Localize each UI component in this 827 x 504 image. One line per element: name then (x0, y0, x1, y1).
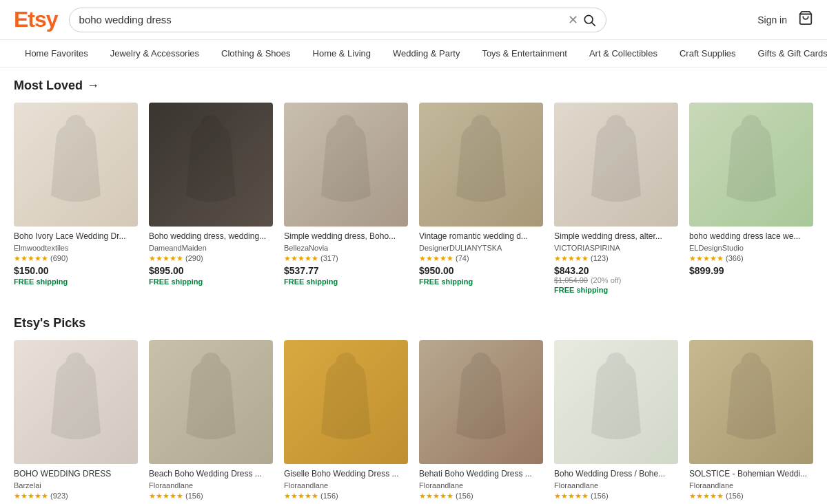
dress-silhouette-icon (689, 103, 813, 227)
product-card-ep3[interactable]: Giselle Boho Wedding Dress ...Floraandla… (284, 340, 408, 504)
product-shop: Floraandlane (419, 481, 543, 490)
nav-gifts-gift-cards[interactable]: Gifts & Gift Cards (747, 40, 827, 67)
review-count: (74) (456, 254, 469, 262)
nav-clothing-shoes[interactable]: Clothing & Shoes (210, 40, 301, 67)
sign-in-button[interactable]: Sign in (757, 14, 787, 25)
dress-silhouette-icon (554, 340, 678, 464)
dress-silhouette-icon (419, 103, 543, 227)
product-price-block: $537.77 (284, 265, 408, 276)
review-count: (156) (591, 492, 609, 500)
product-title: boho wedding dress lace we... (689, 231, 813, 242)
dress-silhouette-icon (284, 340, 408, 464)
etsy-picks-section: Etsy's Picks BOHO WEDDING DRESSBarzelai★… (14, 316, 813, 504)
dress-silhouette-icon (149, 103, 273, 227)
product-price: $150.00 (14, 265, 138, 276)
product-card-ep1[interactable]: BOHO WEDDING DRESSBarzelai★★★★★(923)$450… (14, 340, 138, 504)
product-rating: ★★★★★(156) (689, 492, 813, 501)
product-title: SOLSTICE - Bohemian Weddi... (689, 468, 813, 480)
product-price: $950.00 (419, 265, 543, 276)
product-title: Vintage romantic wedding d... (419, 231, 543, 242)
free-shipping-badge: FREE shipping (419, 277, 543, 286)
product-card-p4[interactable]: Vintage romantic wedding d...DesignerDUL… (419, 103, 543, 294)
star-icons: ★★★★★ (149, 254, 183, 263)
header: Etsy ✕ Sign in (0, 0, 827, 40)
product-rating: ★★★★★(74) (419, 254, 543, 263)
review-count: (923) (50, 492, 68, 500)
product-title: Boho Wedding Dress / Bohe... (554, 468, 678, 480)
product-card-p5[interactable]: Simple wedding dress, alter...VICTORIASP… (554, 103, 678, 294)
product-card-ep4[interactable]: Behati Boho Wedding Dress ...Floraandlan… (419, 340, 543, 504)
product-shop: DameandMaiden (149, 244, 273, 252)
product-title: Beach Boho Wedding Dress ... (149, 468, 273, 480)
product-price-block: $150.00 (14, 265, 138, 276)
star-icons: ★★★★★ (689, 254, 724, 263)
nav-home-favorites[interactable]: Home Favorites (14, 40, 99, 67)
free-shipping-badge: FREE shipping (149, 277, 273, 286)
product-card-p1[interactable]: Boho Ivory Lace Wedding Dr...Elmwoodtext… (14, 103, 138, 294)
product-shop: ELDesignStudio (689, 244, 813, 252)
etsy-picks-grid: BOHO WEDDING DRESSBarzelai★★★★★(923)$450… (14, 340, 813, 504)
product-rating: ★★★★★(156) (284, 492, 408, 501)
star-icons: ★★★★★ (14, 492, 48, 501)
etsy-logo[interactable]: Etsy (14, 7, 58, 32)
product-image-ep4 (419, 340, 543, 464)
product-card-p2[interactable]: Boho wedding dress, wedding...DameandMai… (149, 103, 273, 294)
product-price-block: $899.99 (689, 265, 813, 276)
most-loved-title: Most Loved → (14, 78, 813, 93)
product-rating: ★★★★★(690) (14, 254, 138, 263)
review-count: (290) (185, 254, 203, 262)
free-shipping-badge: FREE shipping (284, 277, 408, 286)
nav-jewelry-accessories[interactable]: Jewelry & Accessories (99, 40, 210, 67)
star-icons: ★★★★★ (689, 492, 724, 501)
dress-silhouette-icon (284, 103, 408, 227)
review-count: (317) (320, 254, 338, 262)
product-shop: DesignerDULIANYTSKA (419, 244, 543, 252)
product-rating: ★★★★★(923) (14, 492, 138, 501)
product-card-ep2[interactable]: Beach Boho Wedding Dress ...Floraandlane… (149, 340, 273, 504)
clear-search-icon[interactable]: ✕ (568, 12, 578, 28)
review-count: (156) (320, 492, 338, 500)
review-count: (366) (726, 254, 744, 262)
product-shop: Barzelai (14, 481, 138, 490)
product-card-p3[interactable]: Simple wedding dress, Boho...BellezaNovi… (284, 103, 408, 294)
product-card-p6[interactable]: boho wedding dress lace we...ELDesignStu… (689, 103, 813, 294)
free-shipping-badge: FREE shipping (14, 277, 138, 286)
free-shipping-badge: FREE shipping (554, 286, 678, 294)
review-count: (156) (726, 492, 744, 500)
product-card-ep5[interactable]: Boho Wedding Dress / Bohe...Floraandlane… (554, 340, 678, 504)
product-card-ep6[interactable]: SOLSTICE - Bohemian Weddi...Floraandlane… (689, 340, 813, 504)
nav-home-living[interactable]: Home & Living (302, 40, 382, 67)
dress-silhouette-icon (14, 340, 138, 464)
product-image-ep5 (554, 340, 678, 464)
dress-silhouette-icon (554, 103, 678, 227)
nav-wedding-party[interactable]: Wedding & Party (382, 40, 471, 67)
product-shop: Floraandlane (554, 481, 678, 490)
product-image-ep6 (689, 340, 813, 464)
product-image-ep3 (284, 340, 408, 464)
review-count: (156) (456, 492, 473, 500)
star-icons: ★★★★★ (554, 492, 589, 501)
product-price: $537.77 (284, 265, 408, 276)
product-image-p6 (689, 103, 813, 227)
review-count: (690) (50, 254, 68, 262)
nav-toys-entertainment[interactable]: Toys & Entertainment (471, 40, 578, 67)
nav-craft-supplies[interactable]: Craft Supplies (668, 40, 747, 67)
product-image-ep2 (149, 340, 273, 464)
most-loved-grid: Boho Ivory Lace Wedding Dr...Elmwoodtext… (14, 103, 813, 294)
nav-art-collectibles[interactable]: Art & Collectibles (578, 40, 668, 67)
product-price: $843.20 (554, 265, 678, 276)
product-rating: ★★★★★(156) (554, 492, 678, 501)
product-rating: ★★★★★(366) (689, 254, 813, 263)
dress-silhouette-icon (689, 340, 813, 464)
product-title: Simple wedding dress, alter... (554, 231, 678, 242)
dress-silhouette-icon (419, 340, 543, 464)
product-title: Boho Ivory Lace Wedding Dr... (14, 231, 138, 242)
search-icon[interactable] (582, 13, 596, 27)
search-input[interactable] (79, 14, 568, 25)
cart-icon[interactable] (798, 10, 813, 30)
product-shop: Floraandlane (284, 481, 408, 490)
product-shop: Floraandlane (689, 481, 813, 490)
product-title: Boho wedding dress, wedding... (149, 231, 273, 242)
star-icons: ★★★★★ (554, 254, 589, 263)
main-nav: Home Favorites Jewelry & Accessories Clo… (0, 40, 827, 67)
